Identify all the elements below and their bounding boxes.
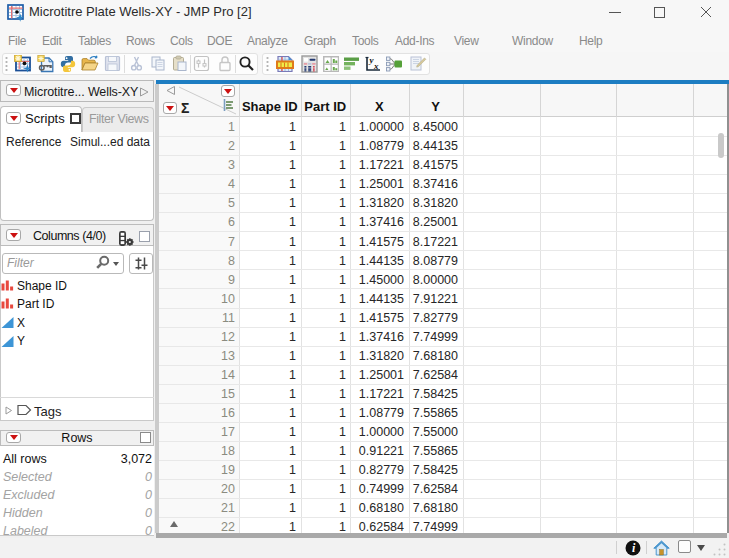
svg-text:x: x	[373, 61, 379, 71]
